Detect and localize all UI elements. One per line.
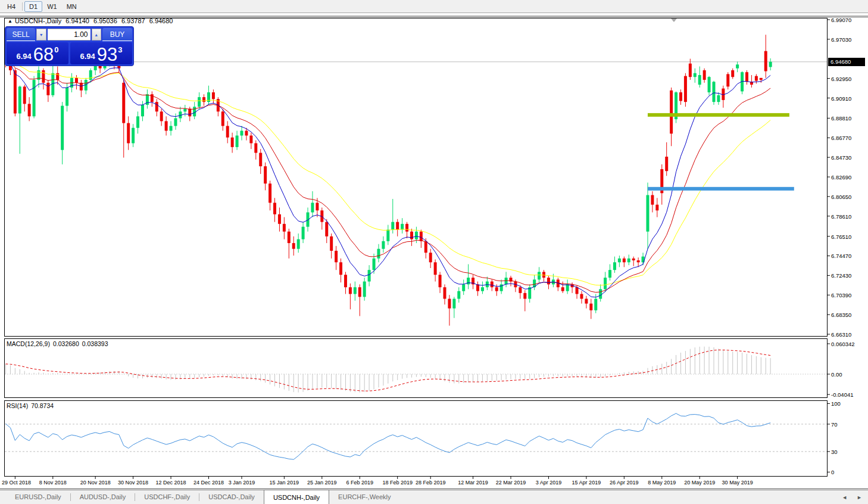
price-axis-label: 6.92950 [831,75,851,82]
candle-body [420,232,423,241]
price-axis-label: 6.78610 [831,213,851,219]
candle-body [576,287,579,294]
volume-input[interactable] [48,29,90,41]
sell-price[interactable]: 6.94680 [7,42,68,64]
candle-body [429,253,432,262]
candle-body [160,111,163,121]
volume-increase-button[interactable]: ▲ [92,29,101,41]
candle-body [491,282,494,288]
date-axis-label: 8 Nov 2018 [39,480,67,486]
buy-price-big: 93 [97,46,117,63]
chart-tab-usdchf[interactable]: USDCHF-,Daily [135,490,199,504]
date-axis-label: 12 Mar 2019 [458,480,488,486]
candle-body [170,126,173,130]
sell-price-sup: 0 [54,45,58,54]
candle-body [42,70,45,83]
support-line[interactable] [648,187,794,191]
candle-body [632,259,635,260]
candle-body [136,116,139,127]
date-axis-label: 30 May 2019 [722,480,753,486]
candle-body [755,76,758,81]
candle-body [283,224,286,232]
candle-body [708,77,711,92]
candle-body [637,260,640,262]
candle-body [476,284,479,291]
candle-body [193,107,196,116]
candle-body [443,287,446,298]
candle-body [547,278,550,284]
chart-tab-audusd[interactable]: AUDUSD-,Daily [71,490,135,504]
chart-tab-usdcad[interactable]: USDCAD-,Daily [199,490,264,504]
sell-button[interactable]: SELL [7,28,35,41]
candle-body [684,76,687,102]
candle-body [415,232,418,239]
candle-body [316,203,319,210]
candle-body [373,259,376,270]
candle-body [264,166,267,183]
candle-body [89,70,92,80]
candle-body [241,130,243,135]
price-axis-label: 6.88810 [831,115,851,122]
candle-body [655,205,658,211]
candle-body [651,195,654,204]
ohlc-close: 6.94680 [149,17,173,24]
candle-body [188,108,191,116]
date-axis-label: 29 Oct 2018 [2,480,31,486]
candle-body [495,287,498,291]
candle-body [245,130,248,135]
candle-body [330,237,333,251]
candle-body [434,262,437,275]
candle-body [452,299,455,309]
candle-body [302,227,305,239]
price-axis-label: 6.76510 [831,233,851,239]
candle-body [736,64,739,68]
candle-body [457,291,460,299]
price-axis-label: 6.97030 [831,36,851,42]
candle-body [410,232,413,239]
chart-tab-eurchf[interactable]: EURCHF-,Weekly [329,490,399,504]
tab-scroll-right-icon[interactable]: ► [857,494,862,500]
macd-signal-value: 0.038393 [82,340,108,347]
candle-body [259,153,262,167]
chart-canvas [0,0,868,504]
candle-body [462,284,465,291]
current-price-tag: 6.94680 [828,58,865,66]
candle-body [665,157,668,171]
buy-button[interactable]: BUY [102,28,132,41]
candle-body [589,304,592,310]
candle-body [439,275,442,287]
macd-axis-label: 0.060342 [831,341,855,347]
candle-body [65,88,68,106]
candle-body [23,86,26,104]
candle-body [566,284,569,291]
candle-body [358,287,361,297]
candle-body [18,86,21,113]
candle-body [268,183,271,203]
buy-price[interactable]: 6.94933 [70,42,132,64]
candle-body [698,75,701,85]
candle-body [75,78,78,83]
candle-body [703,70,706,80]
candle-body [467,278,470,284]
candle-body [731,70,734,77]
candle-body [594,299,597,310]
date-axis-label: 15 Apr 2019 [572,480,601,486]
candle-body [226,126,229,137]
date-axis-label: 28 Feb 2019 [416,480,446,486]
chart-tab-usdcnh[interactable]: USDCNH-,Daily [264,490,329,504]
candle-body [325,222,328,237]
price-axis-label: 6.99070 [831,17,851,23]
candle-body [679,92,682,101]
price-axis-label: 6.82690 [831,174,851,181]
candle-body [221,111,224,126]
volume-decrease-button[interactable]: ▼ [36,29,46,41]
resistance-line[interactable] [648,113,789,117]
candle-body [538,272,541,279]
chart-tab-eurusd[interactable]: EURUSD-,Daily [6,490,70,504]
tab-scroll-left-icon[interactable]: ◄ [842,494,847,500]
candle-body [141,105,144,116]
chevron-up-icon: ▲ [94,33,98,37]
candle-body [174,119,177,126]
candle-body [726,74,729,86]
candle-body [585,299,588,304]
